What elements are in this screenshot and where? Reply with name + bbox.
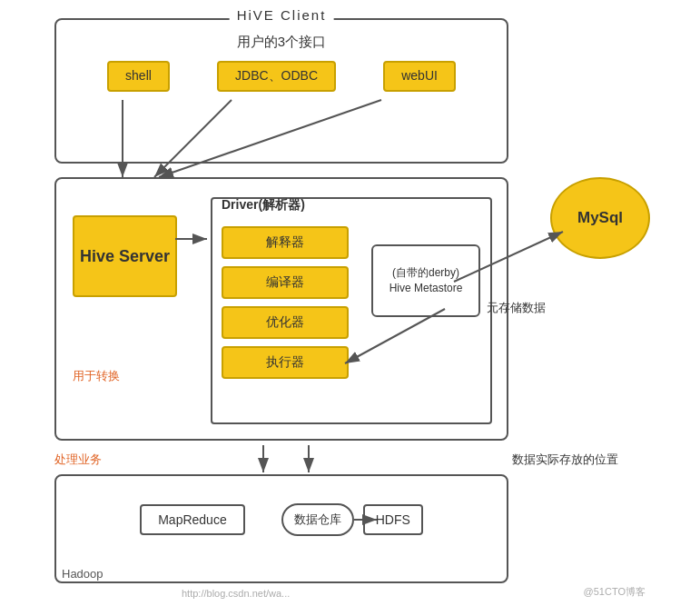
- jdbc-odbc-button: JDBC、ODBC: [217, 61, 336, 92]
- optimizer-btn: 优化器: [222, 306, 349, 339]
- watermark-left: http://blog.csdn.net/wa...: [182, 588, 290, 599]
- diagram-container: HiVE Client 用户的3个接口 shell JDBC、ODBC webU…: [0, 0, 700, 606]
- datacenter-box: 数据仓库: [281, 503, 354, 536]
- user-interfaces-label: 用户的3个接口: [56, 34, 507, 51]
- mysql-circle: MySql: [550, 177, 650, 259]
- hive-client-label: HiVE Client: [230, 7, 334, 23]
- hive-server-box: Hive Server: [73, 215, 177, 297]
- hdfs-group: 数据仓库 HDFS: [281, 503, 423, 536]
- data-location-label: 数据实际存放的位置: [512, 452, 618, 468]
- metastorage-label: 元存储数据: [487, 300, 546, 316]
- watermark-right: @51CTO博客: [584, 585, 646, 599]
- hadoop-label: Hadoop: [62, 567, 104, 581]
- mysql-label: MySql: [577, 209, 623, 227]
- hive-client-box: HiVE Client 用户的3个接口 shell JDBC、ODBC webU…: [54, 18, 508, 164]
- hive-server-area: Hive Server 用于转换 Driver(解析器) 解释器 编译器 优化器…: [54, 177, 508, 441]
- driver-components: 解释器 编译器 优化器 执行器: [222, 226, 349, 379]
- hadoop-items: MapReduce 数据仓库 HDFS: [56, 503, 507, 536]
- hadoop-box: MapReduce 数据仓库 HDFS: [54, 474, 508, 583]
- shell-button: shell: [107, 61, 170, 92]
- interpreter-btn: 解释器: [222, 226, 349, 259]
- hdfs-box: HDFS: [363, 504, 423, 535]
- process-label: 处理业务: [54, 452, 102, 468]
- webui-button: webUI: [383, 61, 456, 92]
- compiler-btn: 编译器: [222, 266, 349, 299]
- driver-label: Driver(解析器): [222, 197, 305, 214]
- interface-buttons: shell JDBC、ODBC webUI: [56, 61, 507, 92]
- mapreduce-box: MapReduce: [140, 504, 245, 535]
- metastore-box: (自带的derby)Hive Metastore: [371, 244, 480, 317]
- metastore-label: (自带的derby)Hive Metastore: [389, 265, 463, 296]
- executor-btn: 执行器: [222, 346, 349, 379]
- driver-box: Driver(解析器) 解释器 编译器 优化器 执行器 (自带的derby)Hi…: [211, 197, 492, 424]
- convert-label: 用于转换: [73, 368, 120, 384]
